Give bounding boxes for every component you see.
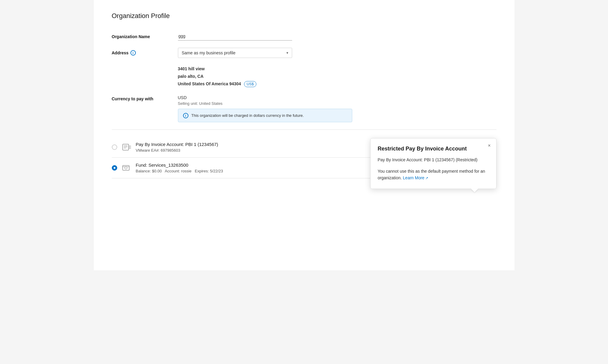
popup-body: You cannot use this as the default payme… (378, 168, 489, 181)
org-name-input-wrap (178, 32, 496, 41)
svg-rect-0 (123, 144, 129, 150)
info-box-text: This organization will be charged in dol… (191, 113, 304, 119)
currency-label: Currency to pay with (112, 95, 178, 101)
address-line-3: United States Of America 94304 (178, 80, 241, 88)
popup-overlay: × Restricted Pay By Invoice Account Pay … (94, 0, 515, 270)
popup-account: Pay By Invoice Account: PBI 1 (1234567) … (378, 157, 489, 163)
popup-title: Restricted Pay By Invoice Account (378, 146, 489, 152)
address-input-wrap: Same as my business profile ▾ (178, 48, 496, 58)
address-line-2: palo alto, CA (178, 73, 496, 80)
info-box: i This organization will be charged in d… (178, 109, 352, 123)
svg-point-8 (125, 167, 127, 169)
svg-rect-7 (123, 165, 129, 170)
currency-badge: US$ (244, 81, 256, 87)
radio-fund[interactable] (112, 165, 117, 171)
address-line-1: 3401 hill view (178, 65, 496, 73)
selling-unit-text: Selling unit: United States (178, 101, 496, 106)
org-name-label: Organization Name (112, 32, 178, 39)
org-name-row: Organization Name (112, 32, 496, 41)
currency-value-wrap: USD Selling unit: United States i This o… (178, 95, 496, 123)
address-dropdown-chevron: ▾ (286, 51, 288, 55)
invoice-icon (122, 144, 132, 151)
address-country-row: United States Of America 94304 US$ (178, 80, 496, 88)
radio-pbi[interactable] (112, 144, 117, 150)
popup-close-button[interactable]: × (487, 142, 492, 149)
address-label: Address i (112, 48, 178, 56)
page-title: Organization Profile (112, 12, 496, 20)
address-row: Address i Same as my business profile ▾ (112, 48, 496, 58)
popup-learn-more-link[interactable]: Learn More (403, 175, 429, 180)
address-dropdown[interactable]: Same as my business profile ▾ (178, 48, 292, 58)
address-block: 3401 hill view palo alto, CA United Stat… (178, 65, 496, 88)
currency-row: Currency to pay with USD Selling unit: U… (112, 95, 496, 123)
restricted-popup: × Restricted Pay By Invoice Account Pay … (370, 138, 496, 189)
info-box-icon: i (183, 113, 188, 118)
currency-value: USD (178, 95, 496, 100)
org-name-input[interactable] (178, 32, 292, 41)
divider (112, 129, 496, 130)
fund-icon (122, 164, 132, 171)
address-info-icon[interactable]: i (130, 50, 136, 56)
